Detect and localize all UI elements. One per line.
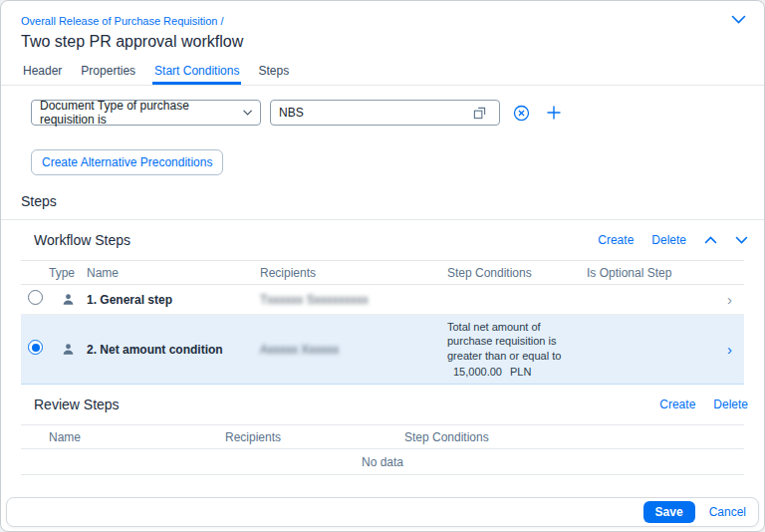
- amount-currency: PLN: [510, 366, 531, 378]
- row-chevron-icon[interactable]: ›: [703, 291, 744, 308]
- step-conditions-amount: 15,000.00PLN: [447, 365, 579, 379]
- tab-steps[interactable]: Steps: [256, 59, 291, 85]
- cancel-button[interactable]: Cancel: [709, 505, 746, 519]
- value-help-button[interactable]: [467, 101, 491, 125]
- precondition-row: Document Type of purchase requisition is…: [31, 100, 744, 126]
- step-name: 2. Net amount condition: [87, 343, 260, 357]
- workflow-steps-toolbar: Workflow Steps Create Delete: [1, 220, 764, 260]
- collapse-header-button[interactable]: [731, 15, 746, 24]
- page-header: Overall Release of Purchase Requisition …: [1, 1, 764, 59]
- condition-value-input[interactable]: NBS: [270, 100, 500, 126]
- column-step-conditions: Step Conditions: [404, 430, 744, 444]
- chevron-down-icon: [735, 236, 748, 244]
- review-steps-table: Name Recipients Step Conditions No data: [21, 424, 744, 475]
- chevron-down-icon: [731, 15, 746, 24]
- move-step-up-button[interactable]: [704, 236, 717, 244]
- column-type: Type: [49, 266, 87, 280]
- step-conditions-text: Total net amount of purchase requisition…: [447, 321, 561, 362]
- tab-strip: Header Properties Start Conditions Steps: [1, 59, 764, 86]
- workflow-steps-table: Type Name Recipients Step Conditions Is …: [21, 260, 744, 385]
- add-condition-button[interactable]: [542, 101, 566, 125]
- review-steps-actions: Create Delete: [659, 398, 748, 411]
- workflow-steps-title: Workflow Steps: [34, 232, 598, 248]
- chevron-up-icon: [704, 236, 717, 244]
- chevron-down-icon: [243, 110, 252, 116]
- decline-icon: [513, 105, 530, 122]
- step-recipients-redacted: Axxxxx Xxxxxx: [260, 343, 447, 357]
- column-name: Name: [87, 266, 260, 280]
- column-step-conditions: Step Conditions: [447, 266, 587, 280]
- header-titles: Overall Release of Purchase Requisition …: [21, 11, 243, 51]
- workflow-step-row-1[interactable]: 1. General step Txxxxxx Sxxxxxxxxx ›: [21, 285, 744, 315]
- remove-condition-button[interactable]: [509, 101, 533, 125]
- add-icon: [547, 106, 561, 120]
- workflow-table-header: Type Name Recipients Step Conditions Is …: [21, 261, 744, 285]
- column-recipients: Recipients: [225, 430, 404, 444]
- page-title: Two step PR approval workflow: [21, 33, 243, 51]
- tab-start-conditions[interactable]: Start Conditions: [152, 59, 241, 85]
- review-table-header: Name Recipients Step Conditions: [21, 425, 744, 449]
- save-button[interactable]: Save: [643, 501, 695, 523]
- column-name: Name: [49, 430, 225, 444]
- create-alternative-preconditions-button[interactable]: Create Alternative Preconditions: [31, 149, 223, 175]
- create-workflow-step-link[interactable]: Create: [598, 233, 634, 247]
- delete-workflow-step-link[interactable]: Delete: [651, 233, 686, 247]
- no-data-text: No data: [21, 449, 744, 475]
- column-recipients: Recipients: [260, 266, 447, 280]
- steps-section-title: Steps: [1, 193, 764, 220]
- condition-value-text: NBS: [279, 106, 304, 120]
- row-chevron-icon[interactable]: ›: [703, 341, 744, 358]
- breadcrumb[interactable]: Overall Release of Purchase Requisition …: [21, 15, 224, 27]
- condition-type-value: Document Type of purchase requisition is: [40, 99, 243, 127]
- value-help-icon: [473, 107, 486, 120]
- move-step-down-button[interactable]: [735, 236, 748, 244]
- person-icon: [62, 343, 75, 356]
- workflow-step-row-2-selected[interactable]: 2. Net amount condition Axxxxx Xxxxxx To…: [21, 315, 744, 385]
- tab-header[interactable]: Header: [21, 59, 64, 85]
- delete-review-step-link[interactable]: Delete: [713, 398, 748, 411]
- condition-type-select[interactable]: Document Type of purchase requisition is: [31, 100, 261, 126]
- review-steps-toolbar: Review Steps Create Delete: [1, 385, 764, 424]
- workflow-steps-actions: Create Delete: [598, 233, 748, 247]
- tab-properties[interactable]: Properties: [79, 59, 137, 85]
- row-radio-button-selected[interactable]: [28, 340, 43, 355]
- step-conditions: Total net amount of purchase requisition…: [447, 315, 587, 384]
- amount-value: 15,000.00: [453, 366, 502, 378]
- step-name: 1. General step: [87, 293, 260, 307]
- start-conditions-area: Document Type of purchase requisition is…: [1, 86, 764, 126]
- step-recipients-redacted: Txxxxxx Sxxxxxxxxx: [260, 293, 447, 307]
- row-radio-button[interactable]: [28, 290, 43, 305]
- review-steps-title: Review Steps: [34, 397, 659, 412]
- footer-bar: Save Cancel: [6, 497, 759, 527]
- workflow-editor-page: Overall Release of Purchase Requisition …: [0, 0, 765, 532]
- create-review-step-link[interactable]: Create: [659, 398, 695, 411]
- column-is-optional: Is Optional Step: [587, 266, 703, 280]
- person-icon: [62, 293, 75, 306]
